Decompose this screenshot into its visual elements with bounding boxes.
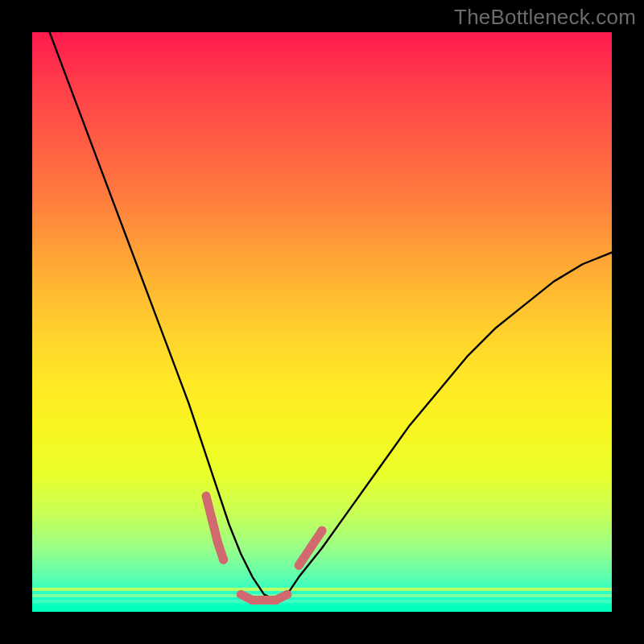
watermark-text: TheBottleneck.com <box>454 5 636 30</box>
plot-background-gradient <box>32 32 612 612</box>
chart-container: TheBottleneck.com <box>0 0 644 644</box>
